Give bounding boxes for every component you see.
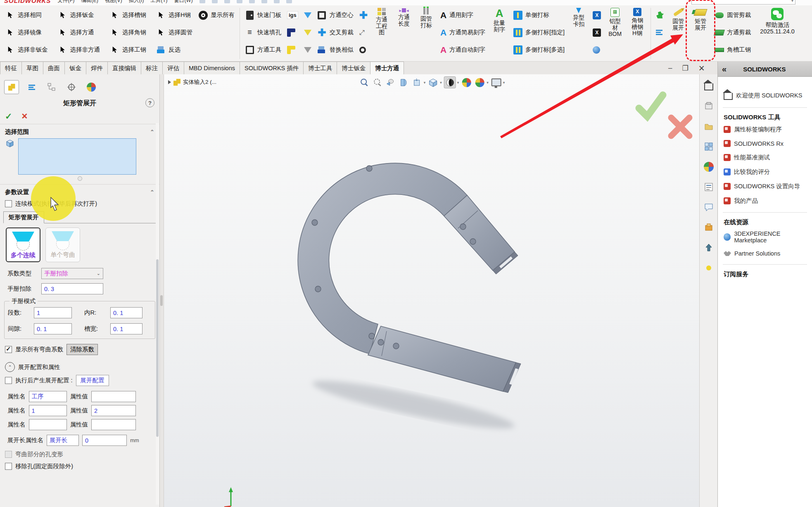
selection-list-box[interactable] bbox=[18, 138, 136, 175]
tab-sheetmetal[interactable]: 钣金 bbox=[64, 62, 86, 74]
ribbon-rect-tube-unfold[interactable]: 矩管展开 bbox=[689, 7, 712, 60]
restore-button[interactable]: ❐ bbox=[682, 64, 688, 73]
panel-scrollbar[interactable] bbox=[156, 123, 159, 505]
ribbon-bird-tool[interactable] bbox=[653, 7, 667, 24]
ribbon-show-all[interactable]: 显示所有 bbox=[195, 7, 237, 24]
ribbon-invert-select[interactable]: 反选 bbox=[153, 41, 195, 58]
clear-coeff-button[interactable]: 清除系数 bbox=[66, 344, 98, 355]
attr-name-input-2[interactable] bbox=[29, 405, 67, 416]
ok-button[interactable]: ✓ bbox=[5, 112, 12, 121]
design-library-icon[interactable] bbox=[703, 100, 715, 112]
panel-splitter[interactable] bbox=[160, 74, 164, 507]
ribbon-excel-export-2[interactable]: X bbox=[590, 24, 604, 41]
ribbon-round-tube-unfold[interactable]: 圆管展开 bbox=[667, 7, 689, 60]
tab-boshi-tube[interactable]: 博士方通 bbox=[370, 62, 404, 74]
collapse-pane-icon[interactable]: « bbox=[722, 64, 727, 74]
view-palette-icon[interactable] bbox=[703, 141, 715, 152]
solidworks-rx-link[interactable]: SOLIDWORKS Rx bbox=[718, 137, 812, 150]
tab-featuremanager[interactable] bbox=[25, 81, 39, 94]
inner-r-input[interactable] bbox=[110, 307, 142, 318]
graphics-viewport[interactable]: 实体输入2 (... ▾ ▾ ▾ ▾ ▾ bbox=[164, 74, 699, 507]
ribbon-bluelines-tool[interactable] bbox=[653, 24, 667, 41]
options-icon[interactable] bbox=[286, 0, 292, 3]
forum-icon[interactable] bbox=[703, 201, 715, 213]
ribbon-engrave-general[interactable]: A通用刻字 bbox=[437, 7, 488, 24]
scrollbar-thumb[interactable] bbox=[156, 259, 159, 437]
unfold-config-button[interactable]: 展开配置 bbox=[76, 375, 109, 386]
ribbon-corner-blue[interactable] bbox=[284, 24, 301, 41]
tab-sketch[interactable]: 草图 bbox=[21, 62, 43, 74]
tab-evaluate[interactable]: 评估 bbox=[162, 62, 184, 74]
search-box[interactable]: ▾ bbox=[691, 0, 795, 5]
welcome-link[interactable]: 欢迎使用 SOLIDWORKS bbox=[718, 88, 812, 103]
ribbon-select-nontube[interactable]: 选择非方通 bbox=[55, 41, 103, 58]
collapse-caret-icon[interactable]: ⌃ bbox=[150, 129, 154, 135]
show-coeff-checkbox[interactable] bbox=[5, 346, 12, 353]
tab-boshi-tools[interactable]: 博士工具 bbox=[303, 62, 337, 74]
save-icon[interactable] bbox=[224, 0, 230, 3]
ribbon-select-pipe[interactable]: 选择圆管 bbox=[153, 24, 195, 41]
viewport-cancel-mark[interactable] bbox=[671, 118, 689, 136]
upload-icon[interactable] bbox=[703, 242, 715, 254]
ribbon-help-activate[interactable]: 帮助激活2025.11.24.0 bbox=[754, 7, 801, 60]
ribbon-plus-tool[interactable]: ✚ bbox=[356, 7, 370, 24]
ribbon-replace-similar[interactable]: 替换相似 bbox=[314, 41, 356, 58]
gen-config-checkbox[interactable] bbox=[5, 377, 12, 384]
tab-appearances[interactable] bbox=[84, 81, 98, 94]
appearances-scenes-icon[interactable] bbox=[703, 161, 715, 173]
tab-boshi-sheetmetal[interactable]: 博士钣金 bbox=[337, 62, 370, 74]
ribbon-mark-multi-specified[interactable]: 多侧打标[指定] bbox=[510, 24, 567, 41]
ribbon-select-sheetmetal[interactable]: 选择钣金 bbox=[55, 7, 103, 24]
attr-value-input-2[interactable] bbox=[91, 405, 136, 416]
new-doc-icon[interactable] bbox=[199, 0, 205, 3]
attr-value-input-3[interactable] bbox=[91, 419, 136, 430]
ribbon-select-nonsheet[interactable]: 选择非钣金 bbox=[2, 41, 51, 58]
ribbon-special-clip[interactable]: 异型卡扣 bbox=[567, 7, 590, 60]
gap-input[interactable] bbox=[34, 323, 72, 334]
ribbon-quick-door[interactable]: 快速门板 bbox=[242, 7, 284, 24]
compare-score-link[interactable]: 比较我的评分 bbox=[718, 165, 812, 179]
remove-hole-checkbox[interactable] bbox=[5, 463, 12, 470]
ribbon-batch-engrave[interactable]: A 批量刻字 bbox=[488, 7, 510, 60]
attr-name-input-1[interactable] bbox=[29, 391, 67, 402]
collapse-caret-icon[interactable]: ⌃ bbox=[150, 189, 154, 195]
tab-annotate[interactable]: 标注 bbox=[141, 62, 163, 74]
deduct-input[interactable] bbox=[41, 283, 103, 294]
ribbon-excel-export-1[interactable]: X bbox=[590, 7, 604, 24]
ribbon-engrave-auto[interactable]: A方通自动刻字 bbox=[437, 41, 488, 58]
ribbon-select-angle[interactable]: 选择角钢 bbox=[107, 24, 149, 41]
tab-addins[interactable]: SOLIDWORKS 插件 bbox=[240, 62, 304, 74]
ribbon-igs-export[interactable]: igs bbox=[284, 7, 301, 24]
menu-window[interactable]: 窗口(W) bbox=[174, 0, 192, 4]
ribbon-pipe-mark[interactable]: 圆管打标 bbox=[415, 7, 437, 60]
property-tab-builder-link[interactable]: 属性标签编制程序 bbox=[718, 122, 812, 137]
open-icon[interactable] bbox=[212, 0, 218, 3]
print-icon[interactable] bbox=[237, 0, 242, 3]
ribbon-aluminum-bom[interactable]: ⊞ 铝型材BOM bbox=[604, 7, 626, 60]
ribbon-angle-channel-hbeam[interactable]: X 角钢槽钢H钢 bbox=[626, 7, 648, 60]
coeff-type-dropdown[interactable]: 手掰扣除⌄ bbox=[41, 268, 103, 279]
tab-weldments[interactable]: 焊件 bbox=[86, 62, 108, 74]
ribbon-engrave-simple[interactable]: A方通简易刻字 bbox=[437, 24, 488, 41]
cancel-button[interactable]: ✕ bbox=[21, 112, 28, 120]
undo-icon[interactable] bbox=[249, 0, 255, 3]
ribbon-fountain-blue[interactable] bbox=[301, 7, 314, 24]
ribbon-sphere-tool[interactable] bbox=[590, 41, 604, 58]
tab-direct-edit[interactable]: 直接编辑 bbox=[107, 62, 141, 74]
viewport-ok-mark[interactable] bbox=[639, 95, 663, 116]
attr-value-input-1[interactable] bbox=[91, 391, 136, 402]
splitter-handle[interactable] bbox=[160, 295, 163, 306]
pallet-icon[interactable] bbox=[703, 222, 715, 233]
file-explorer-icon[interactable] bbox=[703, 121, 715, 132]
tab-features[interactable]: 特征 bbox=[0, 62, 22, 74]
my-products-link[interactable]: 我的产品 bbox=[718, 194, 812, 208]
close-button[interactable]: ✕ bbox=[698, 64, 705, 73]
menu-file[interactable]: 文件(F) bbox=[57, 0, 74, 4]
mode-single-bend-button[interactable]: 单个弯曲 bbox=[45, 227, 80, 262]
ribbon-angle-trim[interactable]: 角槽工钢 bbox=[712, 41, 754, 58]
tab-configurations[interactable] bbox=[45, 81, 59, 94]
settings-wizard-link[interactable]: SOLIDWORKS 设置向导 bbox=[718, 179, 812, 194]
ribbon-corner-yellow[interactable] bbox=[284, 41, 301, 58]
slot-input[interactable] bbox=[110, 323, 142, 334]
ribbon-pipe-trim[interactable]: 圆管剪裁 bbox=[712, 7, 754, 24]
